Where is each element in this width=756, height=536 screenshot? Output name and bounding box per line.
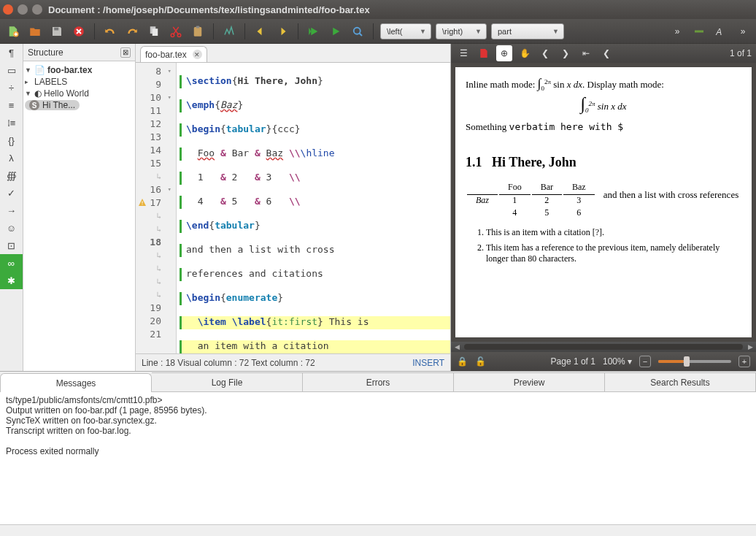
wizard-button[interactable] [220,23,238,40]
build-button[interactable] [305,23,323,40]
bottom-footer [0,524,756,536]
pdf-scrollbar[interactable]: ◀▶ [451,342,756,352]
undo-button[interactable] [101,23,119,40]
math-icon[interactable]: ∰ [0,166,23,184]
ref-icon[interactable]: ÷ [0,79,23,96]
misc-icon[interactable]: ⊡ [0,237,23,254]
close-file-button[interactable] [70,23,88,40]
hand-icon[interactable]: ✋ [517,45,533,61]
pdf-page: Inline math mode: ∫02π sin x dx. Display… [455,67,752,337]
svg-rect-8 [196,26,200,28]
svg-rect-12 [142,202,143,204]
close-icon[interactable] [3,4,13,15]
brace-icon[interactable]: {} [0,131,23,149]
next-page-icon[interactable]: ❯ [558,45,574,61]
tab-preview[interactable]: Preview [454,372,605,391]
svg-rect-13 [142,204,143,205]
svg-rect-10 [695,30,703,32]
preview-enumerate: This is an item with a citation [?]. Thi… [486,227,741,264]
tab-errors[interactable]: Errors [303,372,454,391]
editor-mode: INSERT [412,358,444,368]
smile-icon[interactable]: ☺ [0,219,23,237]
star-icon[interactable]: ✱ [0,272,23,289]
titlebar: Document : /home/joseph/Documents/tex/li… [0,0,756,19]
label-icon[interactable]: ▭ [0,61,23,79]
arrow-icon[interactable]: → [0,202,23,219]
cut-button[interactable] [167,23,185,40]
svg-rect-4 [153,28,158,36]
lambda-icon[interactable]: λ [0,149,23,166]
editor-tab[interactable]: foo-bar.tex ✕ [140,46,207,62]
part-icon[interactable]: ¶ [0,44,23,61]
messages-output[interactable]: ts/type1/public/amsfonts/cm/cmtt10.pfb> … [0,392,756,524]
right-delimiter-dropdown[interactable]: \right)▼ [436,23,487,39]
window-title: Document : /home/joseph/Documents/tex/li… [48,4,370,15]
new-file-button[interactable] [4,23,22,40]
copy-button[interactable] [145,23,163,40]
bottom-tabs: Messages Log File Errors Preview Search … [0,372,756,392]
tree-root[interactable]: ▼📄 foo-bar.tex [25,64,134,76]
pdf-zoom-label: 100% ▾ [603,356,632,367]
fit-icon[interactable]: ⊕ [496,45,512,61]
main-toolbar: \left(▼ \right)▼ part▼ » A » [0,19,756,44]
gutter: 8▾ 9 10▾ 11 12 13 14 15 ↳ 16▾ 17 ↳ ↳ 18 … [136,63,177,353]
first-page-icon[interactable]: ⇤ [578,45,594,61]
svg-rect-1 [54,27,58,30]
env-icon[interactable]: ≡ [0,96,23,114]
zoom-slider[interactable] [658,360,731,363]
svg-text:A: A [715,26,722,37]
close-panel-icon[interactable]: ⊠ [120,47,131,58]
next-button[interactable] [274,23,291,40]
save-button[interactable] [48,23,66,40]
tree-section-2[interactable]: SHi The... [25,99,134,111]
zoom-in-icon[interactable]: + [738,356,750,367]
window-controls [3,4,42,15]
left-delimiter-dropdown[interactable]: \left(▼ [380,23,431,39]
format-icon[interactable]: A [712,23,730,40]
editor-panel: foo-bar.tex ✕ 8▾ 9 10▾ 11 12 13 14 15 ↳ … [136,44,451,371]
tab-search-results[interactable]: Search Results [605,372,756,391]
structure-title: Structure ⊠ [23,44,135,61]
back-icon[interactable]: ❮ [598,45,614,61]
unlock-icon[interactable]: 🔓 [475,356,486,367]
pdf-page-label: Page 1 of 1 [551,356,595,367]
structure-label: Structure [28,47,63,58]
code-area[interactable]: 8▾ 9 10▾ 11 12 13 14 15 ↳ 16▾ 17 ↳ ↳ 18 … [136,63,450,353]
pdf-preview-panel: ☰ ⊕ ✋ ❮ ❯ ⇤ ❮ 1 of 1 Inline math mode: ∫… [451,44,756,371]
tool-icon[interactable] [690,23,708,40]
sectioning-dropdown[interactable]: part▼ [491,23,564,39]
pdf-icon[interactable] [476,45,492,61]
list-icon[interactable]: ⁞≡ [0,114,23,131]
maximize-icon[interactable] [32,4,42,15]
open-file-button[interactable] [26,23,44,40]
page-indicator: 1 of 1 [730,48,752,58]
tree-labels[interactable]: ▸LABELS [25,76,134,88]
sidebar-icon[interactable]: ☰ [455,45,471,61]
infinity-icon[interactable]: ∞ [0,254,23,272]
structure-tree: ▼📄 foo-bar.tex ▸LABELS ▼◐ Hello World SH… [23,61,135,371]
zoom-out-icon[interactable]: − [639,356,651,367]
pdf-statusbar: 🔒 🔓 Page 1 of 1 100% ▾ − + [451,352,756,371]
compile-button[interactable] [327,23,344,40]
editor-tabbar: foo-bar.tex ✕ [136,44,450,63]
overflow-icon[interactable]: » [668,23,686,40]
tree-section-1[interactable]: ▼◐ Hello World [25,88,134,99]
editor-statusbar: Line : 18 Visual column : 72 Text column… [136,353,450,371]
tab-messages[interactable]: Messages [0,373,152,392]
paste-button[interactable] [189,23,207,40]
prev-button[interactable] [252,23,269,40]
tab-logfile[interactable]: Log File [152,372,303,391]
lock-icon[interactable]: 🔒 [457,356,468,367]
close-tab-icon[interactable]: ✕ [193,50,202,59]
check-icon[interactable]: ✓ [0,184,23,202]
prev-page-icon[interactable]: ❮ [537,45,553,61]
minimize-icon[interactable] [18,4,28,15]
code-text[interactable]: \section{Hi There, John} \emph{Baz} \beg… [177,63,450,353]
warning-icon [138,198,147,207]
pdf-viewport[interactable]: Inline math mode: ∫02π sin x dx. Display… [451,63,756,342]
redo-button[interactable] [123,23,141,40]
view-button[interactable] [349,23,366,40]
overflow-icon-2[interactable]: » [734,23,752,40]
tab-label: foo-bar.tex [145,50,187,60]
svg-rect-7 [194,27,202,37]
